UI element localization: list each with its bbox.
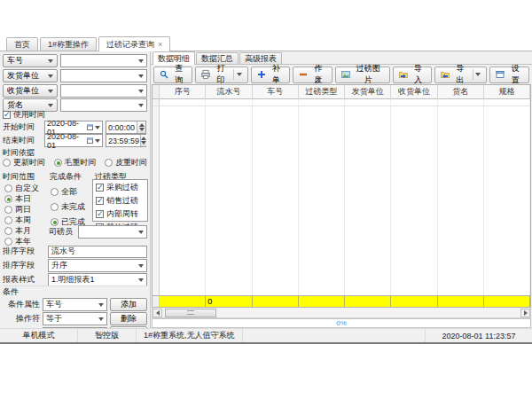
status-mode: 单机模式 [0,329,78,342]
radio-gross-time[interactable]: 毛重时间 [54,157,97,168]
chevron-down-icon [48,104,53,107]
chevron-down-icon [95,139,100,143]
summary-cell [391,295,437,307]
operator-label: 操作符 [3,313,40,325]
summary-cell-count: 0 [206,295,252,307]
checkbox-internal-transfer[interactable]: 内部周转 [96,208,145,220]
status-bar: 单机模式 智控版 1#称重系统,无人值守系统 2020-08-01 11:23:… [0,328,532,344]
print-button[interactable]: 打印 [195,66,247,83]
column-header[interactable]: 货名 [438,85,484,99]
condition-value-label: 值 [3,327,40,328]
condition-value-input[interactable] [43,327,107,329]
status-system-name: 1#称重系统,无人值守系统 [137,329,243,342]
receiver-field-button[interactable]: 收货单位 [3,84,58,98]
settings-icon [496,70,505,79]
summary-cell [253,295,299,307]
use-time-checkbox[interactable] [3,111,11,119]
start-time-input[interactable]: 0:00:00 [106,121,146,134]
end-date-input[interactable]: 2020-08-01 [44,134,103,147]
radio-all-status[interactable]: 全部 [51,186,77,198]
summary-indicator-cell [153,295,160,307]
shipper-combo[interactable] [60,69,147,82]
printer-icon [201,70,210,79]
tab-weighing-operation[interactable]: 1#称重操作 [40,37,97,51]
tab-label: 首页 [14,39,30,51]
weigher-select[interactable] [78,225,147,239]
chevron-down-icon [48,90,53,93]
column-header[interactable]: 序号 [160,85,206,99]
column-header[interactable]: 规格 [484,85,530,99]
divider [233,69,234,80]
chevron-down-icon [48,74,53,78]
query-button[interactable]: 查询 [153,66,192,83]
close-tab-icon[interactable]: × [158,40,162,49]
sort-order-select[interactable]: 升序 [48,259,147,272]
end-time-input[interactable]: 23:59:59 [106,134,146,147]
end-time-label: 结束时间 [3,135,42,146]
vehicle-no-field-button[interactable]: 车号 [3,54,58,67]
summary-cell [345,295,391,307]
report-style-label: 报表样式 [3,274,45,286]
tab-weigh-record-query[interactable]: 过磅记录查询 × [98,36,170,51]
column-header[interactable]: 发货单位 [345,85,391,99]
tab-home[interactable]: 首页 [6,37,38,51]
condition-attr-select[interactable]: 车号 [43,298,107,311]
time-spinner[interactable] [140,135,146,146]
radio-unfinished[interactable]: 未完成 [51,201,85,213]
column-header[interactable]: 车号 [253,85,299,99]
add-condition-button[interactable]: 添加 [110,298,147,311]
column-header[interactable]: 收货单位 [391,85,437,99]
chevron-down-icon [98,303,104,307]
field-label: 收货单位 [7,85,39,97]
tab-label: 1#称重操作 [48,39,89,51]
app-window: 首页 1#称重操作 过磅记录查询 × 车号 发货单位 [0,35,532,344]
chevron-down-icon [48,59,53,63]
chevron-down-icon [237,73,242,76]
void-button[interactable]: 作废 [293,66,332,83]
summary-cell [299,295,345,307]
checkbox-sale-weigh[interactable]: 销售过磅 [96,195,145,207]
time-spinner[interactable] [137,121,145,133]
checkbox-purchase-weigh[interactable]: 采购过磅 [96,182,145,193]
shipper-field-button[interactable]: 发货单位 [3,69,58,82]
receiver-combo[interactable] [60,84,147,98]
status-edition: 智控版 [78,329,137,342]
chevron-down-icon [138,59,144,63]
search-icon [160,70,168,79]
chevron-down-icon [138,264,144,268]
settings-button[interactable]: 设置 [489,66,528,83]
weigh-photo-button[interactable]: 过磅图片 [335,66,390,83]
weigh-type-box: 采购过磅 销售过磅 内部周转 其他过磅 [92,179,148,222]
summary-cell [484,295,530,307]
status-datetime: 2020-08-01 11:23:57 [426,329,532,342]
start-time-label: 开始时间 [3,121,42,133]
tab-label: 过磅记录查询 [106,39,154,51]
chevron-down-icon [98,317,104,321]
import-button[interactable]: 导入 [393,66,432,83]
data-panel: 数据明细 数据汇总 高级报表 查询 打印 补单 [151,51,532,328]
horizontal-scrollbar[interactable] [152,308,531,318]
status-spacer [243,329,426,342]
grid-header-row: 序号 流水号 车号 过磅类型 发货单位 收货单位 货名 规格 [153,85,530,99]
export-button[interactable]: 导出 [434,66,487,83]
scrollbar-thumb[interactable] [165,309,216,317]
delete-condition-button[interactable]: 删除 [110,312,147,325]
report-style-select[interactable]: 1.明细报表1 [48,273,147,286]
empty-new-row [153,99,530,106]
progress-label: 0% [336,319,347,327]
scroll-left-button[interactable] [153,309,162,317]
radio-update-time[interactable]: 更新时间 [3,157,45,168]
column-header[interactable]: 过磅类型 [299,85,345,99]
column-header[interactable]: 流水号 [206,85,252,99]
chevron-down-icon [138,104,144,107]
grid-body[interactable] [153,106,530,295]
scroll-right-button[interactable] [520,309,530,317]
sort-field-input[interactable]: 流水号 [48,246,147,258]
vehicle-no-combo[interactable] [60,54,147,67]
operator-select[interactable]: 等于 [43,312,107,325]
supplement-order-button[interactable]: 补单 [251,66,290,83]
radio-tare-time[interactable]: 皮重时间 [105,157,147,168]
sort-order-label: 排序字段 [3,260,45,271]
condition-extra-button[interactable] [110,326,147,328]
field-label: 发货单位 [7,70,39,82]
